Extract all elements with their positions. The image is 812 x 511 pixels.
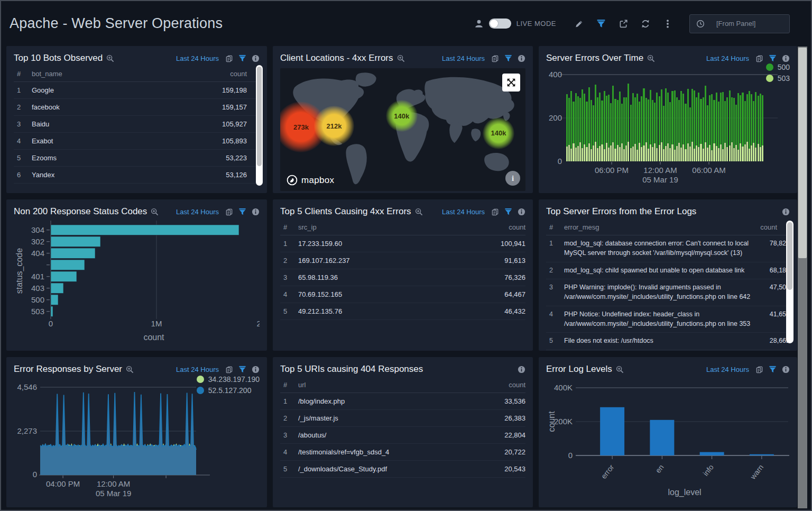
mapbox-attribution[interactable]: mapbox: [287, 175, 334, 186]
svg-text:05 Mar 19: 05 Mar 19: [96, 489, 132, 498]
time-range-link[interactable]: Last 24 Hours: [706, 54, 749, 62]
table-header: #bot_namecount: [14, 66, 260, 82]
svg-text:400K: 400K: [554, 383, 573, 392]
chart-legend: 34.238.197.19052.5.127.200: [197, 375, 260, 395]
map-info-button[interactable]: i: [505, 171, 520, 186]
scrollbar-thumb[interactable]: [787, 222, 792, 290]
info-icon[interactable]: [782, 54, 790, 62]
panel-scrollbar[interactable]: [256, 65, 263, 186]
info-icon[interactable]: [252, 366, 260, 373]
copy-icon[interactable]: [225, 366, 233, 373]
filter-icon[interactable]: [238, 54, 246, 62]
svg-text:404: 404: [31, 249, 44, 258]
info-icon[interactable]: [518, 54, 525, 62]
filter-icon[interactable]: [769, 54, 777, 62]
clock-icon: [696, 20, 705, 28]
time-range-value: [From Panel]: [716, 20, 755, 28]
time-range-selector[interactable]: [From Panel]: [689, 14, 790, 33]
world-map[interactable]: 273k212k140k140k mapbox i: [280, 68, 525, 191]
mapbox-icon: [287, 175, 298, 186]
panel-title: Error Log Levels: [546, 364, 612, 375]
panel-header: Top 5 URIs causing 404 Responses: [280, 362, 525, 376]
zoom-in-icon[interactable]: [106, 54, 114, 62]
error-log-levels-chart: 400K200K0erroreninfowarnlog_levelcount: [546, 376, 792, 502]
time-range-link[interactable]: Last 24 Hours: [442, 54, 485, 62]
non-200-chart-wrap: 30430240440140350050301M2Mcountstatus_co…: [14, 218, 260, 348]
filter-icon[interactable]: [504, 208, 512, 216]
legend-dot-icon: [197, 376, 204, 383]
zoom-in-icon[interactable]: [151, 208, 159, 216]
svg-text:count: count: [143, 333, 164, 342]
filter-icon[interactable]: [769, 366, 777, 373]
info-icon[interactable]: [518, 208, 525, 216]
svg-text:06:00 AM: 06:00 AM: [692, 166, 725, 175]
edit-icon[interactable]: [574, 19, 584, 29]
non-200-chart: 30430240440140350050301M2Mcountstatus_co…: [14, 218, 260, 345]
page-scrollbar[interactable]: [798, 47, 807, 508]
copy-icon[interactable]: [491, 208, 499, 216]
zoom-in-icon[interactable]: [616, 366, 624, 373]
time-range-link[interactable]: Last 24 Hours: [442, 208, 485, 216]
refresh-icon[interactable]: [641, 19, 650, 29]
svg-text:status_code: status_code: [15, 248, 24, 294]
table-row: 5File does not exist: /usr/htdocs28,662: [546, 333, 790, 350]
filter-icon[interactable]: [504, 54, 512, 62]
svg-text:en: en: [654, 463, 666, 474]
time-range-link[interactable]: Last 24 Hours: [176, 208, 219, 216]
map-bubble[interactable]: 140k: [386, 100, 418, 132]
zoom-in-icon[interactable]: [415, 208, 423, 216]
page-scrollbar-thumb[interactable]: [798, 48, 807, 258]
info-icon[interactable]: [252, 208, 260, 216]
info-icon[interactable]: [782, 366, 790, 373]
panel-title: Server Errors Over Time: [546, 53, 643, 63]
zoom-in-icon[interactable]: [397, 54, 405, 62]
info-icon[interactable]: [252, 54, 260, 62]
svg-text:info: info: [701, 463, 715, 478]
svg-text:503: 503: [31, 307, 44, 316]
expand-map-button[interactable]: [502, 74, 520, 92]
panel-title: Error Responses by Server: [14, 364, 122, 375]
copy-icon[interactable]: [225, 54, 233, 62]
map-bubble[interactable]: 140k: [483, 117, 514, 149]
info-icon[interactable]: [782, 208, 790, 216]
svg-text:200K: 200K: [554, 417, 573, 426]
panel-title: Top 5 Clients Causing 4xx Errors: [280, 206, 411, 217]
svg-text:1M: 1M: [151, 319, 162, 328]
panel-top-bots: Top 10 Bots Observed Last 24 Hours #bot_…: [6, 46, 267, 193]
copy-icon[interactable]: [755, 366, 763, 373]
panel-scrollbar[interactable]: [786, 221, 793, 343]
time-range-link[interactable]: Last 24 Hours: [176, 366, 219, 373]
panel-header: Server Errors Over Time Last 24 Hours: [546, 51, 790, 65]
scrollbar-thumb[interactable]: [257, 67, 262, 166]
info-icon[interactable]: [518, 366, 525, 373]
panel-title: Non 200 Response Status Codes: [14, 206, 147, 217]
copy-icon[interactable]: [755, 54, 763, 62]
share-icon[interactable]: [619, 19, 628, 29]
legend-dot-icon: [766, 75, 773, 82]
zoom-in-icon[interactable]: [126, 366, 134, 373]
copy-icon[interactable]: [491, 54, 499, 62]
panel-title: Client Locations - 4xx Errors: [280, 53, 393, 63]
svg-text:2M: 2M: [257, 319, 260, 328]
more-menu-icon[interactable]: [663, 19, 672, 29]
live-mode-toggle[interactable]: [489, 19, 511, 29]
table-header: #error_mesgcount: [546, 220, 790, 235]
zoom-in-icon[interactable]: [647, 54, 655, 62]
panel-header: Non 200 Response Status Codes Last 24 Ho…: [14, 205, 260, 218]
panel-header: Error Log Levels Last 24 Hours: [546, 362, 790, 376]
filter-icon[interactable]: [596, 19, 606, 29]
svg-text:403: 403: [31, 284, 44, 293]
legend-label: 34.238.197.190: [208, 375, 260, 384]
filter-icon[interactable]: [238, 208, 246, 216]
legend-label: 503: [778, 74, 790, 83]
svg-text:error: error: [599, 463, 616, 480]
map-bubble[interactable]: 212k: [314, 106, 354, 146]
filter-icon[interactable]: [238, 366, 246, 373]
time-range-link[interactable]: Last 24 Hours: [176, 54, 219, 62]
time-range-link[interactable]: Last 24 Hours: [706, 366, 749, 373]
clients-table: #src_ipcount117.233.159.60100,9412169.10…: [280, 220, 525, 320]
panel-header: Top 5 Clients Causing 4xx Errors Last 24…: [280, 205, 525, 218]
table-row: 549.212.135.7646,432: [280, 303, 525, 320]
copy-icon[interactable]: [225, 208, 233, 216]
svg-text:0: 0: [33, 470, 37, 479]
